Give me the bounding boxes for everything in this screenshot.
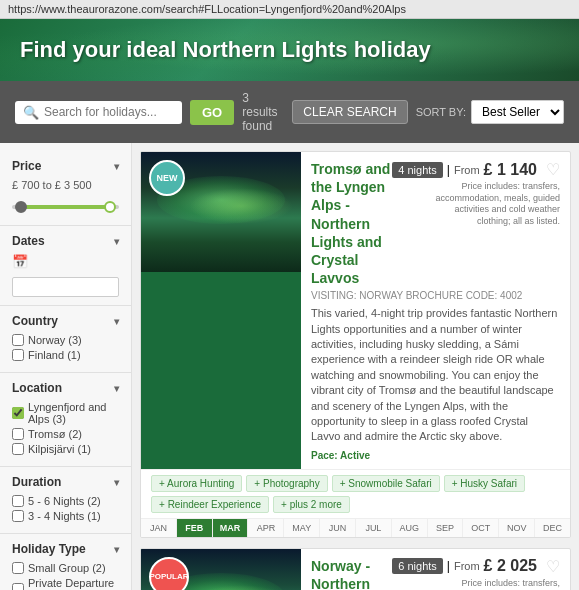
- duration-filter-title[interactable]: Duration ▾: [12, 475, 119, 489]
- holiday-private-label: Private Departure (1): [28, 577, 119, 590]
- pace-label-1: Pace: Active: [311, 450, 560, 461]
- country-norway[interactable]: Norway (3): [12, 334, 119, 346]
- divider-1: |: [447, 163, 450, 177]
- holiday-private-checkbox[interactable]: [12, 583, 24, 590]
- price-1: £ 1 140: [484, 161, 537, 179]
- month-jun-1[interactable]: JUN: [320, 519, 356, 537]
- site-header: Find your ideal Northern Lights holiday: [0, 19, 579, 81]
- tag-husky-1: Husky Safari: [444, 475, 525, 492]
- nights-badge-1: 4 nights: [392, 162, 443, 178]
- month-mar-1[interactable]: MAR: [213, 519, 249, 537]
- result-card-2: POPULAR Norway - Northern Lights over th…: [140, 548, 571, 590]
- card-image-wrap-1: NEW: [141, 152, 301, 469]
- card-info-2: Norway - Northern Lights over the Lyngen…: [301, 549, 570, 590]
- price-label: Price: [12, 159, 41, 173]
- duration-3-4[interactable]: 3 - 4 Nights (1): [12, 510, 119, 522]
- clear-search-button[interactable]: CLEAR SEARCH: [292, 100, 407, 124]
- holiday-type-filter-title[interactable]: Holiday Type ▾: [12, 542, 119, 556]
- dates-filter: Dates ▾ 📅: [0, 226, 131, 306]
- month-selector-1: JAN FEB MAR APR MAY JUN JUL AUG SEP OCT …: [141, 518, 570, 537]
- location-kilpisjarvi[interactable]: Kilpisjärvi (1): [12, 443, 119, 455]
- country-finland-label: Finland (1): [28, 349, 81, 361]
- country-norway-checkbox[interactable]: [12, 334, 24, 346]
- card-header-2: Norway - Northern Lights over the Lyngen…: [311, 557, 560, 590]
- price-filter-title[interactable]: Price ▾: [12, 159, 119, 173]
- month-jul-1[interactable]: JUL: [356, 519, 392, 537]
- wishlist-icon-1[interactable]: ♡: [546, 160, 560, 179]
- location-tromso-checkbox[interactable]: [12, 428, 24, 440]
- divider-2: |: [447, 559, 450, 573]
- month-nov-1[interactable]: NOV: [499, 519, 535, 537]
- duration-3-4-label: 3 - 4 Nights (1): [28, 510, 101, 522]
- holiday-type-label: Holiday Type: [12, 542, 86, 556]
- tag-aurora-1: Aurora Hunting: [151, 475, 242, 492]
- card-tags-1: Aurora Hunting Photography Snowmobile Sa…: [141, 469, 570, 518]
- sort-wrap: SORT BY: Best Seller: [416, 100, 564, 124]
- holiday-type-chevron-icon: ▾: [114, 544, 119, 555]
- duration-label: Duration: [12, 475, 61, 489]
- location-lyngenfjord[interactable]: Lyngenfjord and Alps (3): [12, 401, 119, 425]
- location-filter-title[interactable]: Location ▾: [12, 381, 119, 395]
- page-title: Find your ideal Northern Lights holiday: [20, 37, 559, 63]
- aurora-glow2: [189, 188, 293, 224]
- holiday-small-group-checkbox[interactable]: [12, 562, 24, 574]
- slider-thumb-left[interactable]: [15, 201, 27, 213]
- nights-badge-2: 6 nights: [392, 558, 443, 574]
- sort-select[interactable]: Best Seller: [471, 100, 564, 124]
- slider-thumb-right[interactable]: [104, 201, 116, 213]
- location-tromso[interactable]: Tromsø (2): [12, 428, 119, 440]
- card-title-2[interactable]: Norway - Northern Lights over the Lyngen…: [311, 557, 392, 590]
- url-text: https://www.theaurorazone.com/search#FLL…: [8, 3, 406, 15]
- go-button[interactable]: GO: [190, 100, 234, 125]
- card-aurora-image-1: NEW: [141, 152, 301, 272]
- calendar-icon: 📅: [12, 254, 119, 269]
- country-filter-title[interactable]: Country ▾: [12, 314, 119, 328]
- month-dec-1[interactable]: DEC: [535, 519, 570, 537]
- country-norway-label: Norway (3): [28, 334, 82, 346]
- card-price-block-2: 6 nights | From £ 2 025 ♡ Price includes…: [392, 557, 560, 590]
- url-bar: https://www.theaurorazone.com/search#FLL…: [0, 0, 579, 19]
- card-top-2: POPULAR Norway - Northern Lights over th…: [141, 549, 570, 590]
- card-price-block-1: 4 nights | From £ 1 140 ♡ Price includes…: [392, 160, 560, 228]
- location-kilpisjarvi-checkbox[interactable]: [12, 443, 24, 455]
- country-finland-checkbox[interactable]: [12, 349, 24, 361]
- month-jan-1[interactable]: JAN: [141, 519, 177, 537]
- wishlist-icon-2[interactable]: ♡: [546, 557, 560, 576]
- visiting-info-1: VISITING: NORWAY BROCHURE CODE: 4002: [311, 290, 560, 301]
- results-area: NEW Tromsø and the Lyngen Alps - Norther…: [132, 143, 579, 590]
- holiday-private[interactable]: Private Departure (1): [12, 577, 119, 590]
- tag-more-1: plus 2 more: [273, 496, 350, 513]
- holiday-small-group[interactable]: Small Group (2): [12, 562, 119, 574]
- month-aug-1[interactable]: AUG: [392, 519, 428, 537]
- search-input-wrap[interactable]: 🔍: [15, 101, 182, 124]
- duration-5-6-checkbox[interactable]: [12, 495, 24, 507]
- dates-label: Dates: [12, 234, 45, 248]
- card-top-1: NEW Tromsø and the Lyngen Alps - Norther…: [141, 152, 570, 469]
- date-input[interactable]: [12, 277, 119, 297]
- country-finland[interactable]: Finland (1): [12, 349, 119, 361]
- month-sep-1[interactable]: SEP: [428, 519, 464, 537]
- price-range: £ 700 to £ 3 500: [12, 179, 119, 191]
- duration-3-4-checkbox[interactable]: [12, 510, 24, 522]
- location-lyngenfjord-checkbox[interactable]: [12, 407, 24, 419]
- duration-filter: Duration ▾ 5 - 6 Nights (2) 3 - 4 Nights…: [0, 467, 131, 534]
- nights-from-2: 6 nights | From £ 2 025 ♡: [392, 557, 560, 576]
- month-oct-1[interactable]: OCT: [463, 519, 499, 537]
- location-chevron-icon: ▾: [114, 383, 119, 394]
- price-slider[interactable]: [12, 197, 119, 217]
- tag-snowmobile-1: Snowmobile Safari: [332, 475, 440, 492]
- month-apr-1[interactable]: APR: [248, 519, 284, 537]
- result-card-1: NEW Tromsø and the Lyngen Alps - Norther…: [140, 151, 571, 538]
- popular-badge: POPULAR: [149, 557, 189, 590]
- search-input[interactable]: [44, 105, 174, 119]
- duration-5-6[interactable]: 5 - 6 Nights (2): [12, 495, 119, 507]
- month-feb-1[interactable]: FEB: [177, 519, 213, 537]
- month-may-1[interactable]: MAY: [284, 519, 320, 537]
- card-title-1[interactable]: Tromsø and the Lyngen Alps - Northern Li…: [311, 160, 392, 287]
- price-includes-2: Price includes: transfers, accommodation…: [430, 578, 560, 590]
- card-info-1: Tromsø and the Lyngen Alps - Northern Li…: [301, 152, 570, 469]
- location-kilpisjarvi-label: Kilpisjärvi (1): [28, 443, 91, 455]
- location-tromso-label: Tromsø (2): [28, 428, 82, 440]
- dates-filter-title[interactable]: Dates ▾: [12, 234, 119, 248]
- nights-from-1: 4 nights | From £ 1 140 ♡: [392, 160, 560, 179]
